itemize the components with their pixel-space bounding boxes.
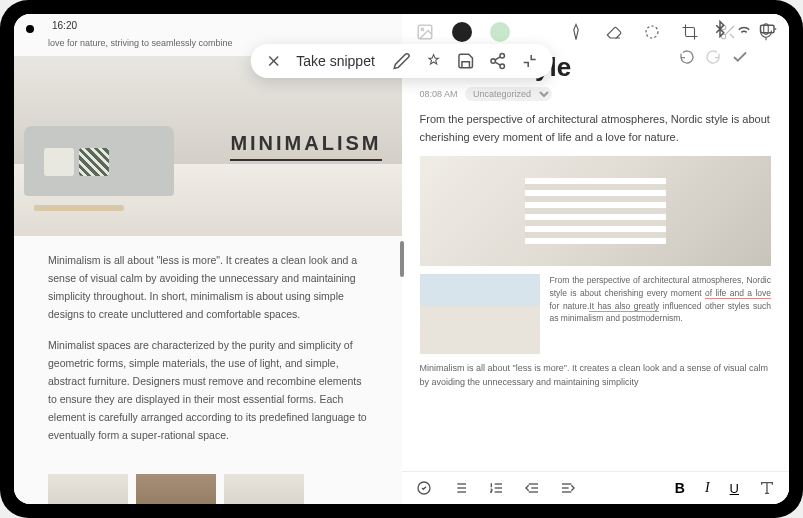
indent-right-icon[interactable] — [560, 480, 576, 496]
italic-button[interactable]: I — [705, 480, 710, 496]
svg-point-11 — [646, 26, 658, 38]
note-meta: 08:08 AM Uncategorized — [420, 87, 772, 101]
save-icon[interactable] — [457, 52, 475, 70]
color-green[interactable] — [490, 22, 510, 42]
close-icon[interactable] — [264, 52, 282, 70]
split-divider[interactable] — [400, 241, 404, 277]
right-pane: Nordic Style 08:08 AM Uncategorized From… — [402, 14, 790, 504]
bold-button[interactable]: B — [675, 480, 685, 496]
list-numbered-icon[interactable] — [488, 480, 504, 496]
note-bottom-text[interactable]: Minimalism is all about "less is more". … — [420, 362, 772, 389]
svg-point-6 — [500, 64, 505, 69]
left-thumbnails — [14, 474, 402, 504]
status-time: 16:20 — [52, 20, 77, 31]
note-image-small[interactable] — [420, 274, 540, 354]
pin-icon[interactable] — [425, 52, 443, 70]
battery-icon — [759, 20, 777, 38]
redo-icon[interactable] — [705, 49, 721, 65]
svg-point-5 — [491, 59, 496, 64]
status-bar — [711, 20, 777, 38]
left-article-body: Minimalism is all about "less is more". … — [14, 236, 402, 474]
underline-button[interactable]: U — [730, 481, 739, 496]
svg-point-10 — [421, 28, 423, 30]
left-pane: love for nature, striving to seamlessly … — [14, 14, 402, 504]
left-paragraph-2: Minimalist spaces are characterized by t… — [48, 337, 368, 444]
svg-line-8 — [495, 57, 500, 60]
pencil-tool-icon[interactable] — [567, 23, 585, 41]
front-camera — [26, 25, 34, 33]
category-select[interactable]: Uncategorized — [465, 87, 552, 101]
list-bullet-icon[interactable] — [452, 480, 468, 496]
format-toolbar: B I U — [402, 471, 790, 504]
snippet-label: Take snippet — [296, 53, 375, 69]
thumbnail[interactable] — [136, 474, 216, 504]
wifi-icon — [735, 20, 753, 38]
confirm-icon[interactable] — [731, 48, 749, 66]
pen-icon[interactable] — [393, 52, 411, 70]
svg-line-7 — [495, 62, 500, 65]
text-tool-icon[interactable] — [759, 480, 775, 496]
color-black[interactable] — [452, 22, 472, 42]
svg-rect-0 — [761, 25, 775, 33]
indent-left-icon[interactable] — [524, 480, 540, 496]
svg-point-4 — [500, 54, 505, 59]
undo-icon[interactable] — [679, 49, 695, 65]
note-intro[interactable]: From the perspective of architectural at… — [420, 111, 772, 146]
lasso-icon[interactable] — [643, 23, 661, 41]
crop-icon[interactable] — [681, 23, 699, 41]
note-side-text[interactable]: From the perspective of architectural at… — [550, 274, 772, 354]
checklist-icon[interactable] — [416, 480, 432, 496]
bluetooth-icon — [711, 20, 729, 38]
snippet-toolbar: Take snippet — [250, 44, 553, 78]
thumbnail[interactable] — [224, 474, 304, 504]
eraser-icon[interactable] — [605, 23, 623, 41]
collapse-icon[interactable] — [521, 52, 539, 70]
hero-image: MINIMALISM — [14, 56, 402, 236]
left-paragraph-1: Minimalism is all about "less is more". … — [48, 252, 368, 323]
thumbnail[interactable] — [48, 474, 128, 504]
hero-title: MINIMALISM — [230, 132, 381, 161]
image-icon[interactable] — [416, 23, 434, 41]
note-time: 08:08 AM — [420, 89, 458, 99]
note-image-large[interactable] — [420, 156, 772, 266]
share-icon[interactable] — [489, 52, 507, 70]
